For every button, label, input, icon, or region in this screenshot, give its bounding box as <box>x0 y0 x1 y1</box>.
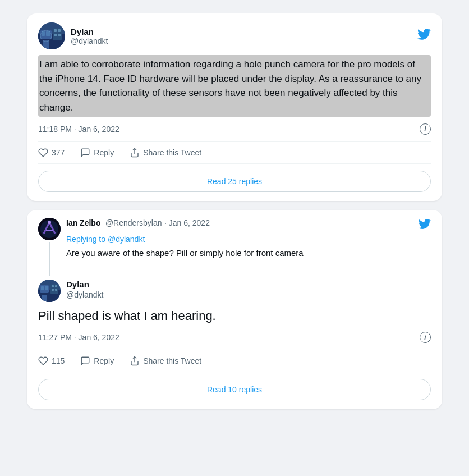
tweet-actions-1: 377 Reply Share this Tweet <box>38 141 431 164</box>
ian-date: · Jan 6, 2022 <box>164 218 210 227</box>
user-info-dylan: Dylan @dylandkt <box>71 27 108 45</box>
svg-rect-19 <box>41 286 44 290</box>
svg-rect-20 <box>45 286 48 290</box>
share-icon-2 <box>130 356 140 366</box>
dylan-reply-content: Dylan @dylandkt <box>66 280 103 302</box>
ian-handle: @Rendersbylan <box>105 218 162 227</box>
user-name-dylan[interactable]: Dylan <box>71 27 108 36</box>
svg-rect-26 <box>42 295 47 302</box>
tweet-card-1: Dylan @dylandkt I am able to corroborate… <box>27 13 442 201</box>
tweet-timestamp-1: 11:18 PM · Jan 6, 2022 <box>38 125 119 134</box>
pill-tweet-text: Pill shaped is what I am hearing. <box>38 308 431 325</box>
avatar-dylan[interactable] <box>38 22 65 49</box>
share-icon-1 <box>130 148 140 158</box>
ian-avatar-wrapper <box>38 218 61 276</box>
like-count-1: 377 <box>52 148 65 157</box>
share-button-2[interactable]: Share this Tweet <box>130 356 201 366</box>
like-button-1[interactable]: 377 <box>38 148 65 158</box>
replying-handle[interactable]: @dylandkt <box>108 235 145 244</box>
twitter-logo-1 <box>417 28 431 44</box>
tweet-meta-1: 11:18 PM · Jan 6, 2022 i <box>38 123 431 135</box>
svg-rect-9 <box>58 34 61 36</box>
avatar-dylan-2[interactable] <box>38 280 61 302</box>
tweet-header-1: Dylan @dylandkt <box>38 22 431 49</box>
reply-button-1[interactable]: Reply <box>80 148 114 158</box>
svg-rect-24 <box>52 289 54 291</box>
info-icon-2[interactable]: i <box>420 332 431 343</box>
dylan-reply-handle: @dylandkt <box>66 290 103 299</box>
svg-rect-22 <box>52 285 54 287</box>
reply-label-2: Reply <box>94 356 114 365</box>
dylan-reply-section: Dylan @dylandkt <box>38 280 431 302</box>
avatar-ian[interactable] <box>38 218 61 240</box>
comment-icon-2 <box>80 356 90 366</box>
like-count-2: 115 <box>52 356 65 365</box>
share-button-1[interactable]: Share this Tweet <box>130 148 201 158</box>
ian-tweet-text: Are you aware of the shape? Pill or simp… <box>66 247 431 260</box>
tweet-body-1: I am able to corroborate information reg… <box>38 55 431 117</box>
svg-rect-23 <box>55 285 57 287</box>
twitter-logo-2 <box>419 218 431 234</box>
thread-line <box>49 242 50 276</box>
tweet-actions-2: 115 Reply Share this Tweet <box>38 350 431 372</box>
tweet-meta-2: 11:27 PM · Jan 6, 2022 i <box>38 332 431 343</box>
share-label-2: Share this Tweet <box>143 356 201 365</box>
svg-rect-7 <box>58 29 61 32</box>
svg-point-15 <box>48 221 51 224</box>
heart-icon-1 <box>38 148 48 158</box>
ian-name: Ian Zelbo <box>66 218 100 227</box>
user-handle-dylan[interactable]: @dylandkt <box>71 36 108 45</box>
reply-button-2[interactable]: Reply <box>80 356 114 366</box>
tweet-header-2: Ian Zelbo @Rendersbylan · Jan 6, 2022 Re… <box>38 218 431 276</box>
svg-rect-6 <box>54 29 57 32</box>
like-button-2[interactable]: 115 <box>38 356 65 366</box>
tweet-timestamp-2: 11:27 PM · Jan 6, 2022 <box>38 333 119 342</box>
info-icon-1[interactable]: i <box>420 123 431 135</box>
read-replies-button-2[interactable]: Read 10 replies <box>38 379 431 400</box>
tweet-card-2: Ian Zelbo @Rendersbylan · Jan 6, 2022 Re… <box>27 210 442 409</box>
replying-to: Replying to @dylandkt <box>66 235 431 244</box>
read-replies-button-1[interactable]: Read 25 replies <box>38 171 431 192</box>
comment-icon-1 <box>80 148 90 158</box>
svg-rect-8 <box>54 34 57 36</box>
svg-rect-25 <box>55 289 57 291</box>
dylan-reply-name: Dylan <box>66 280 89 289</box>
heart-icon-2 <box>38 356 48 366</box>
share-label-1: Share this Tweet <box>143 148 201 157</box>
reply-label-1: Reply <box>94 148 114 157</box>
